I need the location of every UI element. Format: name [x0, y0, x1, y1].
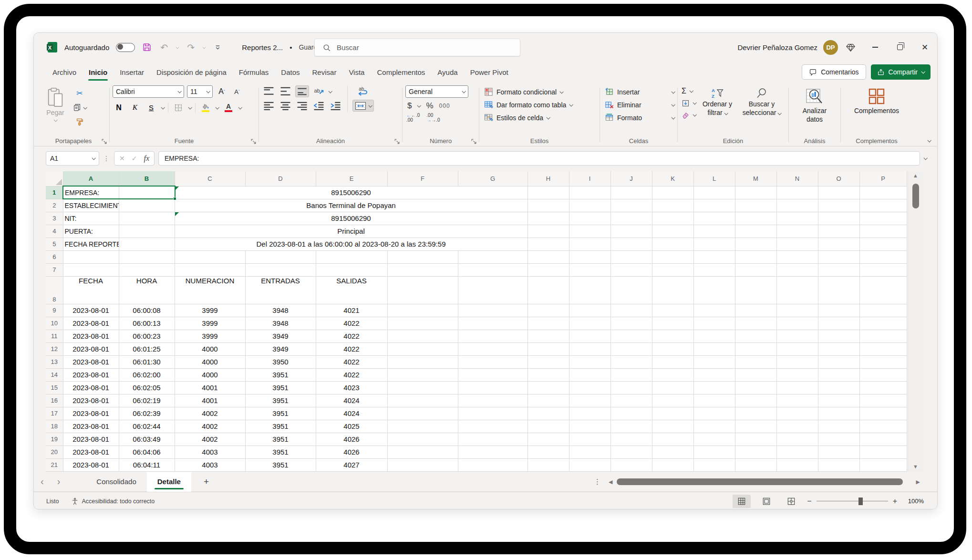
cell[interactable]	[387, 263, 458, 276]
cell[interactable]: 4023	[316, 381, 387, 394]
search-input[interactable]: Buscar	[314, 39, 520, 56]
clear-button[interactable]	[682, 110, 696, 120]
cell[interactable]: 4022	[316, 355, 387, 368]
cell[interactable]	[610, 407, 652, 420]
cell[interactable]	[859, 317, 907, 330]
cell[interactable]: 3950	[245, 355, 316, 368]
cell[interactable]	[818, 276, 859, 304]
cell[interactable]	[458, 394, 527, 407]
cell[interactable]	[652, 342, 693, 355]
scroll-right-icon[interactable]: ▶	[916, 477, 920, 486]
cell[interactable]	[527, 330, 569, 342]
cell[interactable]: 2023-08-01	[63, 407, 119, 420]
cell[interactable]	[610, 446, 652, 458]
cell[interactable]: FECHA	[63, 276, 119, 304]
cell[interactable]	[458, 368, 527, 381]
cell[interactable]	[610, 381, 652, 394]
cell[interactable]: Principal	[175, 225, 527, 238]
cell[interactable]	[119, 199, 175, 212]
autosave-toggle[interactable]	[116, 43, 135, 52]
cell[interactable]	[652, 238, 693, 250]
cell[interactable]: 4000	[175, 368, 245, 381]
cell[interactable]	[387, 342, 458, 355]
column-header-C[interactable]: C	[175, 171, 245, 186]
tab-vista[interactable]: Vista	[342, 62, 371, 83]
cell[interactable]	[859, 420, 907, 433]
cell[interactable]	[735, 212, 776, 225]
cell[interactable]	[859, 381, 907, 394]
format-painter-icon[interactable]	[72, 116, 87, 128]
cell[interactable]	[119, 263, 175, 276]
cell[interactable]	[652, 394, 693, 407]
cell[interactable]	[693, 317, 735, 330]
cell[interactable]	[693, 276, 735, 304]
row-header-20[interactable]: 20	[46, 446, 63, 458]
cell[interactable]	[693, 225, 735, 238]
cell[interactable]: 4022	[316, 317, 387, 330]
name-box[interactable]: A1	[46, 151, 99, 166]
cell[interactable]	[610, 458, 652, 471]
align-middle-icon[interactable]	[279, 85, 292, 97]
cell[interactable]	[693, 263, 735, 276]
cell[interactable]	[735, 225, 776, 238]
cell[interactable]	[735, 276, 776, 304]
cell[interactable]: Del 2023-08-01 a las 06:00:00 al 2023-08…	[175, 238, 527, 250]
cell[interactable]: ESTABLECIMIENTO:	[63, 199, 119, 212]
cell[interactable]	[458, 407, 527, 420]
normal-view-button[interactable]	[733, 495, 751, 508]
row-header-18[interactable]: 18	[46, 420, 63, 433]
alineacion-dialog-launcher[interactable]	[394, 138, 400, 144]
cell[interactable]	[818, 212, 859, 225]
cell[interactable]	[776, 368, 818, 381]
cell[interactable]: 3951	[245, 368, 316, 381]
cell[interactable]	[569, 263, 610, 276]
cell[interactable]: 06:04:11	[119, 458, 175, 471]
cell[interactable]	[818, 199, 859, 212]
borders-caret[interactable]	[188, 105, 192, 109]
cell[interactable]	[776, 317, 818, 330]
column-header-L[interactable]: L	[693, 171, 735, 186]
page-layout-view-button[interactable]	[757, 495, 776, 508]
cell[interactable]: 06:02:44	[119, 420, 175, 433]
cell[interactable]	[693, 446, 735, 458]
cell[interactable]	[387, 433, 458, 446]
cell[interactable]	[527, 238, 569, 250]
column-header-H[interactable]: H	[527, 171, 569, 186]
italic-button[interactable]: K	[129, 102, 141, 114]
cancel-icon[interactable]: ✕	[119, 155, 125, 162]
cell[interactable]: Banos Terminal de Popayan	[175, 199, 527, 212]
cell[interactable]	[735, 250, 776, 263]
share-button[interactable]: Compartir	[871, 64, 931, 80]
sheet-tab-consolidado[interactable]: Consolidado	[86, 472, 146, 492]
cell[interactable]	[610, 420, 652, 433]
row-header-15[interactable]: 15	[46, 381, 63, 394]
bold-button[interactable]: N	[113, 102, 125, 114]
cell[interactable]	[569, 238, 610, 250]
cell[interactable]	[652, 458, 693, 471]
column-header-I[interactable]: I	[569, 171, 610, 186]
cell[interactable]	[527, 394, 569, 407]
cell[interactable]: 4000	[175, 355, 245, 368]
cell[interactable]	[859, 368, 907, 381]
cell[interactable]	[175, 250, 245, 263]
cell[interactable]	[652, 276, 693, 304]
tab-datos[interactable]: Datos	[275, 62, 306, 83]
cell[interactable]	[652, 433, 693, 446]
underline-caret[interactable]	[161, 105, 165, 109]
cell[interactable]	[859, 355, 907, 368]
cell[interactable]: 3951	[245, 433, 316, 446]
cell[interactable]: 06:02:19	[119, 394, 175, 407]
cell[interactable]	[652, 446, 693, 458]
scroll-down-icon[interactable]: ▼	[913, 462, 918, 471]
cell[interactable]: 4021	[316, 304, 387, 317]
addins-button[interactable]: Complementos	[844, 85, 910, 117]
cell[interactable]: 2023-08-01	[63, 355, 119, 368]
cell[interactable]	[527, 342, 569, 355]
column-header-A[interactable]: A	[63, 171, 119, 186]
cell[interactable]	[859, 304, 907, 317]
cell[interactable]	[735, 368, 776, 381]
tab-disposicion[interactable]: Disposición de página	[150, 62, 233, 83]
cell[interactable]	[527, 304, 569, 317]
column-header-B[interactable]: B	[119, 171, 175, 186]
redo-caret[interactable]	[203, 46, 206, 49]
